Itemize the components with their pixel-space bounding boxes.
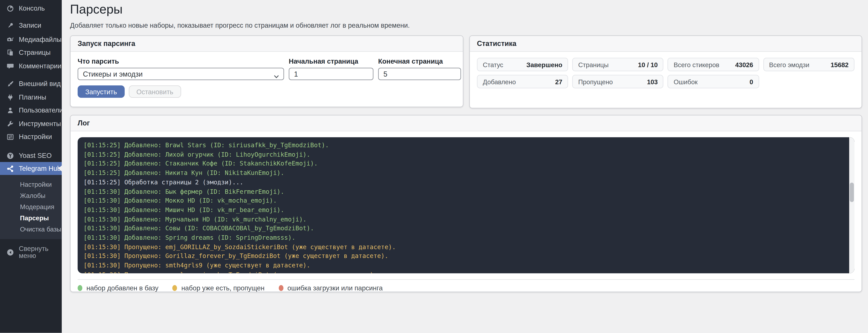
log-card-title: Лог	[70, 115, 862, 131]
stat-tile-всего-эмодзи: Всего эмодзи15682	[763, 58, 855, 71]
settings-icon	[6, 133, 14, 141]
sidebar-item-внешний-вид[interactable]: Внешний вид	[0, 77, 62, 90]
sidebar-item-label: Yoast SEO	[19, 152, 52, 159]
run-parser-card: Запуск парсинга Что парсить Стикеры и эм…	[70, 35, 463, 107]
stat-value: 15682	[831, 61, 848, 68]
submenu-item-жалобы[interactable]: Жалобы	[0, 190, 62, 201]
stat-value: 43026	[735, 61, 753, 68]
log-line: [01:15:25] Обработка страницы 2 (эмодзи)…	[84, 178, 848, 187]
legend-label: набор уже есть, пропущен	[181, 284, 265, 292]
stat-value: 0	[750, 78, 753, 85]
stat-tile-ошибок: Ошибок0	[668, 75, 759, 88]
pages-icon	[6, 49, 14, 56]
stat-value: 103	[647, 78, 658, 85]
what-to-parse-select[interactable]: Стикеры и эмодзи	[78, 68, 284, 80]
media-icon	[6, 36, 14, 44]
console-scrollbar-track[interactable]	[849, 137, 855, 273]
sidebar-item-telegram-hub[interactable]: Telegram Hub	[0, 162, 62, 175]
sidebar-item-label: Записи	[19, 22, 41, 29]
sidebar-item-label: Консоль	[19, 5, 45, 12]
legend-item: набор уже есть, пропущен	[173, 284, 265, 292]
stat-label: Пропущено	[578, 78, 613, 85]
collapse-icon	[6, 248, 14, 256]
sidebar-item-записи[interactable]: Записи	[0, 19, 62, 32]
comments-icon	[6, 62, 14, 70]
sidebar-item-плагины[interactable]: Плагины	[0, 91, 62, 104]
log-line: [01:15:25] Добавлено: Никита Кун (ID: Ni…	[84, 168, 848, 178]
sidebar-item-label: Плагины	[19, 94, 46, 101]
sidebar-item-label: Инструменты	[19, 120, 61, 127]
log-line: [01:15:30] Пропущено: purple_spring_by_T…	[84, 270, 848, 273]
log-line: [01:15:30] Добавлено: Бык фермер (ID: Bi…	[84, 187, 848, 196]
log-line: [01:15:30] Пропущено: smth4grls9 (уже су…	[84, 261, 848, 270]
log-line: [01:15:30] Добавлено: Spring dreams (ID:…	[84, 233, 848, 243]
appearance-icon	[6, 80, 14, 88]
sidebar-item-инструменты[interactable]: Инструменты	[0, 117, 62, 130]
sidebar-item-label: Telegram Hub	[19, 165, 61, 172]
collapse-menu-label: Свернуть меню	[19, 245, 62, 259]
legend-dot-icon	[78, 285, 82, 291]
pin-icon	[6, 22, 14, 29]
sidebar-item-yoast-seo[interactable]: Yoast SEO	[0, 149, 62, 162]
legend-dot-icon	[279, 285, 283, 291]
stats-grid: СтатусЗавершеноСтраницы10 / 10Всего стик…	[477, 58, 855, 88]
share-icon	[6, 165, 14, 172]
sidebar-item-медиафайлы[interactable]: Медиафайлы	[0, 33, 62, 46]
admin-sidebar: КонсольЗаписиМедиафайлыСтраницыКомментар…	[0, 0, 62, 333]
log-line: [01:15:30] Пропущено: Gorillaz_forever_b…	[84, 252, 848, 261]
content-area: Парсеры Добавляет только новые наборы, п…	[62, 0, 868, 333]
stat-value: Завершено	[526, 61, 562, 68]
sidebar-item-комментарии[interactable]: Комментарии	[0, 59, 62, 73]
tools-icon	[6, 120, 14, 128]
sidebar-item-консоль[interactable]: Консоль	[0, 2, 62, 15]
log-card: Лог [01:15:25] Добавлено: Brawl Stars (I…	[70, 115, 862, 292]
statistics-card-title: Статистика	[470, 36, 862, 52]
legend-label: ошибка загрузки или парсинга	[287, 284, 383, 292]
console-scrollbar-thumb[interactable]	[850, 183, 854, 202]
current-item-arrow	[58, 166, 62, 171]
stat-tile-страницы: Страницы10 / 10	[572, 58, 664, 71]
sidebar-item-label: Страницы	[19, 49, 51, 56]
sidebar-item-страницы[interactable]: Страницы	[0, 46, 62, 59]
log-line: [01:15:30] Добавлено: Мокко HD (ID: vk_m…	[84, 196, 848, 205]
submenu-item-модерация[interactable]: Модерация	[0, 201, 62, 212]
end-page-input[interactable]	[378, 68, 461, 80]
stat-label: Статус	[483, 61, 503, 68]
stat-tile-пропущено: Пропущено103	[572, 75, 664, 88]
stat-label: Ошибок	[674, 78, 698, 85]
run-card-title: Запуск парсинга	[70, 36, 463, 52]
stat-label: Всего стикеров	[674, 61, 719, 68]
run-button[interactable]: Запустить	[78, 85, 125, 98]
legend-item: набор добавлен в базу	[78, 284, 158, 292]
page-subtitle: Добавляет только новые наборы, показывае…	[70, 22, 410, 29]
sidebar-item-пользователи[interactable]: Пользователи	[0, 104, 62, 117]
stat-tile-добавлено: Добавлено27	[477, 75, 568, 88]
log-line: [01:15:30] Добавлено: Мурчальня HD (ID: …	[84, 215, 848, 224]
stat-tile-всего-стикеров: Всего стикеров43026	[668, 58, 759, 71]
stop-button[interactable]: Остановить	[129, 85, 181, 98]
stat-tile-статус: СтатусЗавершено	[477, 58, 568, 71]
sidebar-item-настройки[interactable]: Настройки	[0, 130, 62, 143]
sidebar-item-label: Настройки	[19, 133, 52, 140]
log-line: [01:15:25] Добавлено: Лихой огурчик (ID:…	[84, 150, 848, 159]
sidebar-item-label: Медиафайлы	[19, 36, 62, 43]
log-console[interactable]: [01:15:25] Добавлено: Brawl Stars (ID: s…	[78, 137, 855, 273]
submenu-item-парсеры[interactable]: Парсеры	[0, 212, 62, 223]
page-title: Парсеры	[70, 2, 123, 17]
telegram-hub-submenu: НастройкиЖалобыМодерацияПарсерыОчистка б…	[0, 175, 62, 239]
log-lines: [01:15:25] Добавлено: Brawl Stars (ID: s…	[84, 141, 848, 273]
admin-page: КонсольЗаписиМедиафайлыСтраницыКомментар…	[0, 0, 868, 333]
start-page-input[interactable]	[289, 68, 373, 80]
log-line: [01:15:30] Добавлено: Мишич HD (ID: vk_m…	[84, 205, 848, 215]
users-icon	[6, 106, 14, 114]
submenu-item-настройки[interactable]: Настройки	[0, 178, 62, 190]
log-line: [01:15:25] Добавлено: Brawl Stars (ID: s…	[84, 141, 848, 150]
legend-item: ошибка загрузки или парсинга	[279, 284, 383, 292]
sidebar-item-label: Внешний вид	[19, 80, 61, 87]
collapse-menu-button[interactable]: Свернуть меню	[0, 246, 62, 258]
yoast-icon	[6, 152, 14, 160]
submenu-item-очистка-базы[interactable]: Очистка базы	[0, 223, 62, 234]
legend-label: набор добавлен в базу	[87, 284, 158, 292]
dashboard-icon	[6, 4, 14, 12]
stat-value: 27	[555, 78, 562, 85]
